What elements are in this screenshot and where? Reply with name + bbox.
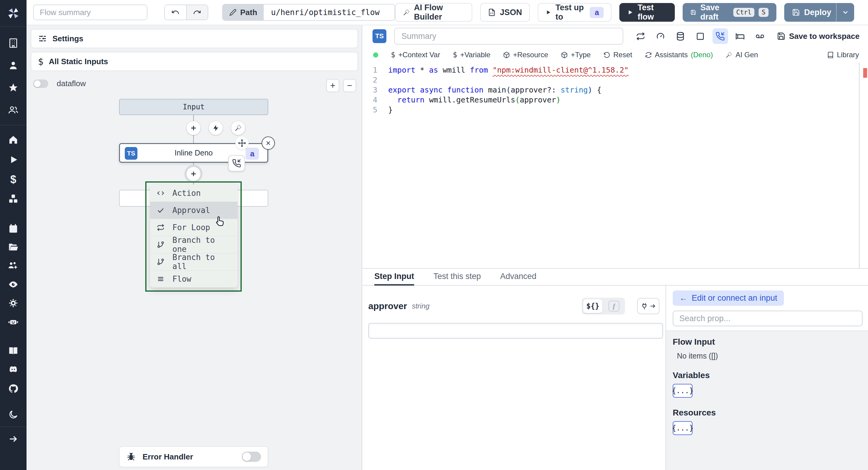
reset-button[interactable]: Reset	[603, 51, 632, 59]
step-id-badge: a	[246, 148, 259, 160]
expr-mode-button[interactable]: ${}	[583, 299, 602, 313]
add-variable-button[interactable]: $ +Variable	[453, 51, 490, 59]
deploy-button[interactable]: Deploy	[784, 3, 854, 22]
runs-play-icon[interactable]	[8, 154, 19, 165]
tab-step-input[interactable]: Step Input	[374, 269, 414, 286]
connect-input-button[interactable]	[637, 298, 659, 314]
move-step-handle[interactable]	[236, 136, 249, 150]
audit-eye-icon[interactable]	[8, 279, 19, 290]
menu-item-approval[interactable]: Approval	[150, 201, 238, 219]
mock-square-icon[interactable]	[692, 28, 708, 44]
code-editor[interactable]: 1import * as wmill from "npm:windmill-cl…	[363, 63, 868, 268]
early-stop-gauge-icon[interactable]	[653, 28, 669, 44]
field-type: string	[412, 302, 430, 310]
delete-step-button[interactable]	[261, 136, 275, 150]
path-edit-button[interactable]: Path	[223, 4, 264, 20]
test-flow-label: Test flow	[638, 3, 667, 22]
save-to-workspace-button[interactable]: Save to workspace	[777, 32, 860, 41]
docs-book-icon[interactable]	[8, 345, 19, 356]
workers-users-gear-icon[interactable]	[8, 260, 19, 271]
error-handler-label: Error Handler	[143, 452, 193, 462]
test-up-to-step-badge[interactable]: a	[590, 7, 604, 18]
github-icon[interactable]	[8, 383, 19, 394]
undo-button[interactable]	[165, 5, 186, 20]
ai-flow-builder-button[interactable]: AI Flow Builder	[395, 3, 472, 22]
add-resource-button[interactable]: +Resource	[503, 51, 548, 59]
schedules-calendar-icon[interactable]	[8, 223, 19, 234]
flow-graph-panel: Settings $ All Static Inputs dataflow + …	[27, 25, 362, 470]
repeat-icon	[157, 224, 164, 231]
git-branch-icon	[157, 258, 164, 266]
menu-item-action[interactable]: Action	[150, 184, 238, 201]
cache-database-icon[interactable]	[673, 28, 688, 44]
insert-step-button[interactable]	[187, 121, 200, 135]
deploy-separator	[836, 3, 837, 22]
zoom-out-button[interactable]: −	[343, 79, 356, 92]
suspend-approval-badge[interactable]	[228, 155, 245, 171]
flow-input-node[interactable]: Input	[119, 99, 268, 115]
menu-lines-icon	[157, 275, 164, 283]
add-context-var-button[interactable]: $ +Context Var	[391, 51, 440, 59]
home-icon[interactable]	[8, 134, 19, 145]
resources-boxes-icon[interactable]	[8, 193, 19, 204]
expand-sidebar-arrow-icon[interactable]	[8, 434, 19, 444]
menu-item-flow[interactable]: Flow	[150, 270, 238, 287]
error-handler-toggle[interactable]	[242, 451, 261, 462]
ai-gen-button[interactable]: AI Gen	[725, 51, 758, 59]
dataflow-toggle[interactable]	[33, 80, 48, 88]
ai-robot-icon[interactable]	[8, 316, 19, 327]
zoom-in-button[interactable]: +	[326, 79, 339, 92]
path-field[interactable]: Path u/henri/optimistic_flow	[222, 4, 395, 21]
redo-button[interactable]	[186, 5, 208, 20]
groups-icon[interactable]	[8, 104, 19, 115]
flow-summary-input[interactable]	[33, 4, 147, 20]
move-icon	[238, 139, 246, 147]
user-icon[interactable]	[8, 60, 19, 71]
step-summary-input[interactable]	[394, 28, 623, 44]
ai-insert-button[interactable]	[231, 121, 245, 135]
package-icon	[503, 52, 510, 58]
variables-dollar-icon[interactable]: $	[8, 174, 19, 185]
folders-icon[interactable]	[8, 242, 19, 252]
approver-value-input[interactable]	[368, 323, 663, 339]
tab-advanced[interactable]: Advanced	[500, 269, 536, 286]
dataflow-label: dataflow	[57, 79, 86, 88]
discord-icon[interactable]	[8, 364, 19, 375]
typescript-badge: TS	[373, 29, 386, 43]
pencil-icon	[229, 9, 237, 16]
menu-item-for-loop[interactable]: For Loop	[150, 219, 238, 236]
test-up-to-button[interactable]: Test up to a	[538, 3, 612, 22]
favorites-star-icon[interactable]	[8, 82, 19, 93]
plus-icon	[190, 124, 197, 132]
suspend-phone-incoming-icon[interactable]	[712, 28, 728, 44]
field-name: approver	[368, 301, 407, 311]
dark-mode-moon-icon[interactable]	[8, 409, 19, 420]
menu-item-branch-to-all[interactable]: Branch to all	[150, 253, 238, 270]
add-type-button[interactable]: +Type	[561, 51, 591, 59]
fn-mode-button[interactable]: f	[604, 299, 624, 313]
json-button[interactable]: JSON	[480, 3, 530, 22]
workspace-icon[interactable]	[8, 38, 19, 49]
sleep-bed-icon[interactable]	[733, 28, 748, 44]
chevron-down-icon[interactable]	[841, 8, 849, 16]
concurrency-voicemail-icon[interactable]	[752, 28, 768, 44]
windmill-logo-icon[interactable]	[0, 0, 27, 27]
variables-object-button[interactable]: {...}	[673, 384, 692, 398]
settings-gear-icon[interactable]	[8, 298, 19, 309]
tab-test-this-step[interactable]: Test this step	[433, 269, 481, 286]
resources-object-button[interactable]: {...}	[673, 421, 692, 435]
library-button[interactable]: Library	[827, 51, 859, 59]
edit-or-connect-back-button[interactable]: ← Edit or connect an input	[673, 290, 784, 306]
retries-repeat-icon[interactable]	[633, 28, 649, 44]
assistants-button[interactable]: Assistants (Deno)	[645, 51, 713, 59]
plug-icon	[641, 302, 648, 310]
insert-trigger-button[interactable]	[209, 121, 223, 135]
play-icon	[546, 9, 551, 16]
test-flow-button[interactable]: Test flow	[619, 3, 675, 22]
search-prop-input[interactable]	[673, 311, 863, 326]
menu-item-branch-to-one[interactable]: Branch to one	[150, 236, 238, 253]
insert-after-step-button[interactable]	[184, 165, 203, 183]
flow-settings-button[interactable]: Settings	[31, 29, 358, 48]
all-static-inputs-button[interactable]: $ All Static Inputs	[31, 52, 358, 71]
save-draft-button[interactable]: Save draft Ctrl S	[683, 3, 776, 22]
